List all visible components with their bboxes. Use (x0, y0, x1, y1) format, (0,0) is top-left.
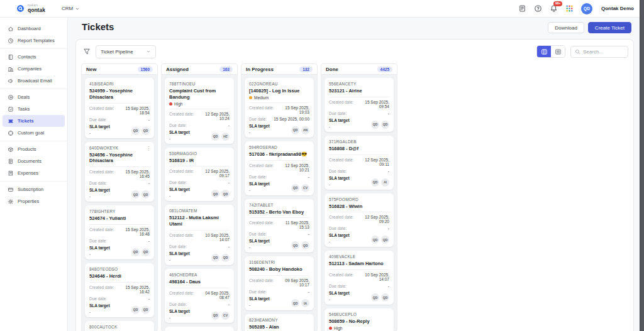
sla-target-block: SLA target-QDQD (329, 291, 389, 301)
sla-target-value: - (89, 252, 110, 256)
due-date-label: Due date: (89, 239, 107, 243)
ticket-card[interactable]: 081LOMATEM512112 - Mutia Laksmi UtamiCre… (165, 205, 234, 265)
ticket-card[interactable]: 371RGALDEB516808 - D@fCreated date:12 Se… (325, 136, 394, 190)
card-divider (249, 217, 309, 218)
ticket-card[interactable]: 469CHEDREA498164 - DausCreated date:04 S… (165, 269, 234, 323)
sidebar-item-broadcast-email[interactable]: Broadcast Email (3, 75, 65, 87)
card-divider (169, 109, 230, 109)
assignee-badges: QDQD (291, 241, 309, 249)
report-icon (8, 38, 14, 44)
kanban-icon (541, 48, 548, 55)
created-date-row: Created date:12 Sep 2025, 10:21 (249, 163, 309, 172)
product-switcher[interactable]: CRM (62, 6, 80, 11)
sidebar-item-documents[interactable]: Documents (3, 155, 65, 167)
ticket-card[interactable]: 409EVACKLE512113 - Sadam HartonoCreated … (325, 251, 394, 305)
ticket-card[interactable]: 778IGHTERY524674 - YuliantiCreated date:… (85, 205, 154, 259)
due-date-row: Due date:15 Sep 2025, 00:00 (249, 117, 309, 121)
sidebar-item-products[interactable]: Products (3, 143, 65, 155)
card-code: 800CAUTOCK (89, 325, 150, 329)
created-date-row: Created date:12 Sep 2025, 10:24 (169, 112, 230, 121)
user-name[interactable]: Qontak Demo (601, 6, 634, 11)
assignee-avatar: AI (381, 178, 389, 187)
list-view-button[interactable] (551, 46, 565, 57)
column-card-list: 788TTINOEUComplaint Cust from BandungHig… (161, 75, 238, 331)
sla-target-label: SLA target (249, 239, 270, 243)
search-input[interactable] (583, 49, 624, 55)
due-date-value: - (228, 123, 230, 128)
created-date-value: 10 Sep 2025, 14:07 (196, 233, 230, 242)
ticket-card[interactable]: 546EUCEPLO508659 - No-ReplyHighCreated d… (325, 308, 394, 331)
sla-target-value: - (329, 239, 350, 244)
assignee-avatar: QD (211, 254, 219, 262)
download-button[interactable]: Download (548, 22, 584, 33)
user-avatar[interactable]: QD (581, 3, 592, 14)
ticket-card[interactable]: 205TAMENSO498289 - Fitriah KhairunnisaCr… (165, 327, 234, 331)
ticket-card[interactable]: 823HEAMONY505285 - AlanCreated date:08 S… (245, 314, 314, 331)
sidebar-item-tickets[interactable]: Tickets (3, 115, 65, 127)
ticket-card[interactable]: 316EDENTRI508240 - Boby HandokoCreated d… (245, 256, 314, 310)
ticket-card[interactable]: 556EANCETY523121 - AirineCreated date:15… (325, 78, 394, 132)
card-divider (169, 288, 230, 288)
card-code: 556EANCETY (329, 82, 389, 86)
sla-target-label: SLA target (89, 188, 110, 192)
notifications-icon[interactable]: 99+ (550, 4, 558, 13)
ticket-card[interactable]: 800CAUTOCK524615 - Qontak.comCreated dat… (85, 321, 154, 331)
due-date-label: Due date: (249, 290, 267, 294)
due-date-value: - (388, 111, 389, 116)
due-date-row: Due date:- (329, 169, 389, 173)
sidebar-item-dashboard[interactable]: Dashboard (3, 23, 65, 35)
card-menu-icon[interactable]: ⋮ (145, 144, 152, 153)
created-date-value: 11 Sep 2025, 15:13 (276, 220, 309, 229)
sidebar-item-expenses[interactable]: Expenses (3, 167, 65, 179)
sidebar-item-tasks[interactable]: Tasks (3, 103, 65, 115)
assignee-avatar: QD (142, 127, 150, 135)
sidebar-item-companies[interactable]: Companies (3, 63, 65, 75)
ticket-card[interactable]: 022GNOREAU[140825] - Log In IssueMediumC… (245, 78, 314, 138)
card-priority: Medium (249, 95, 309, 100)
sidebar-item-report-templates[interactable]: Report Templates (3, 35, 65, 46)
card-code: 409EVACKLE (329, 254, 389, 259)
ticket-card[interactable]: 640DWOKEYK⋮524656 - Yosephine Dhisaclara… (85, 142, 154, 202)
pipeline-select[interactable]: Ticket Pipeline (96, 45, 156, 58)
card-divider (329, 212, 389, 212)
column-header: In Progress132 (241, 63, 318, 75)
sidebar-item-deals[interactable]: Deals (3, 91, 65, 103)
ticket-card[interactable]: 594ROSERAD517036 - fikripradana98😎Create… (245, 141, 314, 195)
sidebar-item-properties[interactable]: Properties (3, 195, 65, 207)
assignee-avatar: QD (291, 241, 299, 249)
ticket-card[interactable]: 536RMAGGIO516819 - IRCreated date:12 Sep… (165, 148, 234, 202)
ticket-card[interactable]: 418ISEADRI524959 - Yosephine DhisaclaraC… (85, 78, 154, 138)
due-date-label: Due date: (249, 175, 267, 179)
apps-grid-icon[interactable] (565, 4, 574, 13)
card-title: 517036 - fikripradana98😎 (249, 151, 309, 158)
ticket-card[interactable]: 742ITABLET515352 - Berto Van EboyCreated… (245, 199, 314, 253)
pipeline-select-value: Ticket Pipeline (101, 49, 133, 55)
due-date-label: Due date: (249, 117, 267, 121)
due-date-label: Due date: (169, 302, 187, 307)
ticket-card[interactable]: 788TTINOEUComplaint Cust from BandungHig… (165, 78, 234, 144)
column-count-badge: 4425 (377, 67, 392, 72)
due-date-value: - (228, 302, 230, 307)
assignee-avatar: QD (131, 248, 140, 256)
vertical-scrollbar[interactable] (640, 0, 644, 331)
column-header: Assigned163 (161, 63, 238, 75)
sla-target-block: SLA target-QDQD (89, 188, 150, 198)
release-notes-icon[interactable] (518, 4, 526, 13)
card-title: 524674 - Yulianti (89, 215, 150, 222)
sidebar-item-subscription[interactable]: Subscription (3, 183, 65, 195)
due-date-row: Due date:- (89, 181, 150, 185)
sidebar-item-custom-goal[interactable]: Custom goal (3, 127, 65, 139)
create-ticket-button[interactable]: Create Ticket (588, 22, 631, 33)
kanban-view-button[interactable] (537, 46, 551, 57)
ticket-card[interactable]: 575FOOMORD516828 - WiwinCreated date:12 … (325, 193, 394, 247)
created-date-label: Created date: (249, 220, 274, 225)
assignee-badges: QDQD (371, 236, 389, 244)
filter-icon[interactable] (83, 48, 91, 55)
ticket-card[interactable]: 848OTEODSO524646 - HerdiCreated date:15 … (85, 263, 154, 317)
card-title: 508659 - No-Reply (329, 318, 389, 325)
created-date-value: 15 Sep 2025, 16:45 (116, 170, 150, 178)
help-icon[interactable] (534, 4, 542, 13)
sla-target-label: SLA target (329, 176, 350, 180)
sidebar-item-contacts[interactable]: Contacts (3, 51, 65, 63)
column-card-list: 418ISEADRI524959 - Yosephine DhisaclaraC… (81, 75, 158, 331)
